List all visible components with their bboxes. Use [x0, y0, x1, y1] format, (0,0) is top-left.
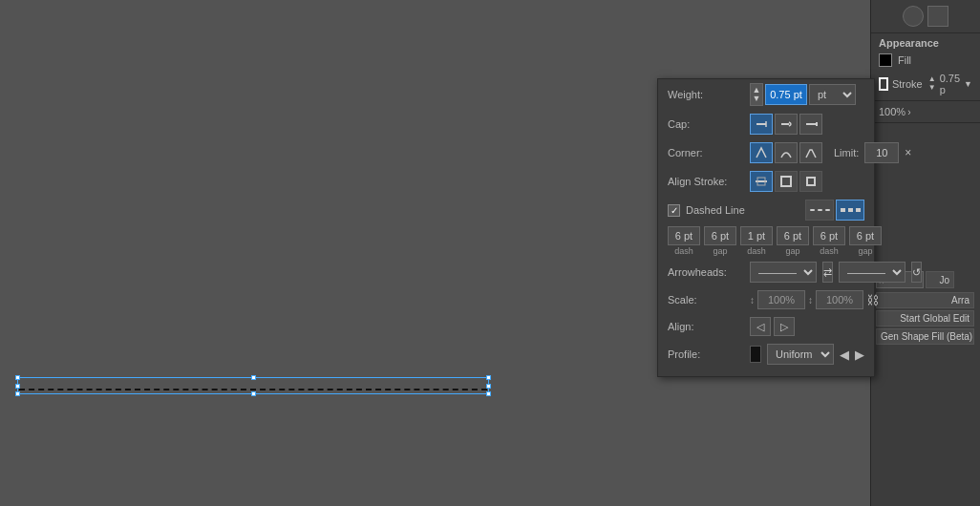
- profile-label: Profile:: [668, 348, 744, 360]
- cap-label: Cap:: [668, 118, 744, 130]
- dashed-line-label: Dashed Line: [686, 204, 799, 216]
- svg-rect-7: [781, 177, 791, 186]
- arrowheads-label: Arrowheads:: [668, 266, 744, 278]
- global-edit-button[interactable]: Start Global Edit: [876, 310, 974, 327]
- profile-row: Profile: Uniform Width Profile 1 ◀ ▶: [658, 340, 874, 369]
- align-left-button[interactable]: ◁: [750, 317, 771, 336]
- join-button[interactable]: Jo: [926, 271, 954, 288]
- svg-rect-10: [818, 209, 822, 211]
- weight-spinner[interactable]: ▲ ▼: [750, 83, 763, 106]
- dash-style-buttons: [805, 200, 864, 221]
- dash-1-group: dash: [668, 226, 700, 256]
- percent-value: 100%: [879, 106, 905, 117]
- stroke-down-arrow[interactable]: ▼: [928, 84, 936, 93]
- divider-1: [871, 100, 980, 101]
- svg-rect-12: [841, 208, 845, 212]
- dash-2-group: dash: [740, 226, 773, 256]
- canvas: [0, 0, 745, 506]
- arrowhead-end-dropdown[interactable]: ——————: [839, 262, 905, 283]
- fill-label: Fill: [898, 54, 911, 66]
- arrowhead-start-dropdown[interactable]: ——————: [750, 262, 817, 283]
- gap-3-input[interactable]: [849, 226, 882, 245]
- align-inside-button[interactable]: [775, 171, 798, 192]
- gap-1-group: gap: [704, 226, 736, 256]
- percent-row: 100% ›: [871, 103, 980, 120]
- link-scale-button[interactable]: ⛓: [866, 293, 879, 307]
- handle-tm[interactable]: [251, 375, 256, 380]
- dash-inputs-row: dash gap dash gap dash gap: [658, 224, 874, 258]
- svg-rect-3: [806, 123, 816, 125]
- scale-inputs: ↕ ↕ ⛓: [750, 290, 879, 309]
- dash-style-1-button[interactable]: [805, 200, 834, 221]
- arrowheads-row: Arrowheads: —————— ⇄ —————— ↺: [658, 258, 874, 286]
- profile-next-button[interactable]: ▶: [855, 348, 864, 362]
- appearance-header: Appearance: [871, 33, 980, 51]
- fill-swatch[interactable]: [879, 53, 892, 67]
- swap-arrowheads-button[interactable]: ⇄: [822, 262, 833, 283]
- cap-butt-button[interactable]: [750, 114, 773, 135]
- limit-input[interactable]: [864, 142, 899, 163]
- gap-3-label: gap: [858, 246, 872, 256]
- dash-3-label: dash: [820, 246, 839, 256]
- stroke-label: Stroke: [892, 78, 923, 90]
- arrowhead-refresh-button[interactable]: ↺: [911, 262, 922, 283]
- stroke-dropdown-arrow[interactable]: ▼: [964, 79, 972, 89]
- corner-buttons: [750, 142, 822, 163]
- corner-label: Corner:: [668, 147, 744, 158]
- limit-x-button[interactable]: ×: [905, 146, 911, 159]
- line-inner: [19, 389, 487, 390]
- scale-spinner-2[interactable]: ↕: [808, 295, 813, 306]
- align-buttons: ◁ ▷: [750, 317, 795, 336]
- scale-row: Scale: ↕ ↕ ⛓: [658, 286, 874, 313]
- profile-dropdown[interactable]: Uniform Width Profile 1: [767, 344, 834, 365]
- corner-row: Corner: Limit: ×: [658, 138, 874, 167]
- corner-round-button[interactable]: [775, 142, 798, 163]
- align-row: Align: ◁ ▷: [658, 313, 874, 340]
- svg-rect-8: [807, 178, 815, 185]
- svg-rect-14: [856, 208, 861, 212]
- gap-2-input[interactable]: [777, 226, 809, 245]
- align-center-button[interactable]: [750, 171, 773, 192]
- scale-spinner-1[interactable]: ↕: [750, 295, 755, 306]
- scale-start-input[interactable]: [757, 290, 805, 309]
- profile-swatch: [750, 346, 761, 363]
- svg-rect-13: [848, 208, 853, 212]
- gap-1-input[interactable]: [704, 226, 736, 245]
- gap-1-label: gap: [713, 246, 727, 256]
- weight-input[interactable]: [765, 84, 807, 105]
- stroke-panel: Weight: ▲ ▼ pt px mm Cap:: [657, 78, 875, 377]
- dashed-checkbox[interactable]: [668, 204, 680, 217]
- shape-fill-button[interactable]: Gen Shape Fill (Beta): [876, 328, 974, 345]
- divider-2: [871, 122, 980, 123]
- svg-rect-11: [825, 209, 830, 211]
- cap-round-button[interactable]: [775, 114, 798, 135]
- stroke-swatch[interactable]: [879, 77, 888, 91]
- chevron-right-icon: ›: [907, 107, 910, 117]
- dash-3-input[interactable]: [813, 226, 845, 245]
- align-right-button[interactable]: ▷: [774, 317, 795, 336]
- dash-style-2-button[interactable]: [836, 200, 864, 221]
- svg-rect-0: [756, 123, 766, 125]
- align-stroke-buttons: [750, 171, 822, 192]
- stroke-value: 0.75 p: [940, 73, 960, 95]
- align-outside-button[interactable]: [799, 171, 822, 192]
- arrange-button[interactable]: Arra: [876, 292, 974, 308]
- dash-2-input[interactable]: [740, 226, 773, 245]
- appearance-title: Appearance: [879, 37, 939, 49]
- handle-tl[interactable]: [15, 375, 20, 380]
- weight-row: Weight: ▲ ▼ pt px mm: [658, 79, 874, 110]
- weight-label: Weight:: [668, 89, 744, 100]
- corner-bevel-button[interactable]: [799, 142, 822, 163]
- tool-circle-icon[interactable]: [903, 6, 924, 27]
- tool-rect-icon[interactable]: [927, 6, 948, 27]
- unit-dropdown[interactable]: pt px mm: [809, 84, 856, 105]
- cap-square-button[interactable]: [799, 114, 822, 135]
- scale-end-input[interactable]: [816, 290, 863, 309]
- dash-1-input[interactable]: [668, 226, 700, 245]
- handle-tr[interactable]: [486, 375, 491, 380]
- cap-row: Cap:: [658, 110, 874, 138]
- profile-prev-button[interactable]: ◀: [840, 348, 849, 362]
- weight-input-group: ▲ ▼ pt px mm: [750, 83, 856, 106]
- corner-miter-button[interactable]: [750, 142, 773, 163]
- gap-2-label: gap: [785, 246, 799, 256]
